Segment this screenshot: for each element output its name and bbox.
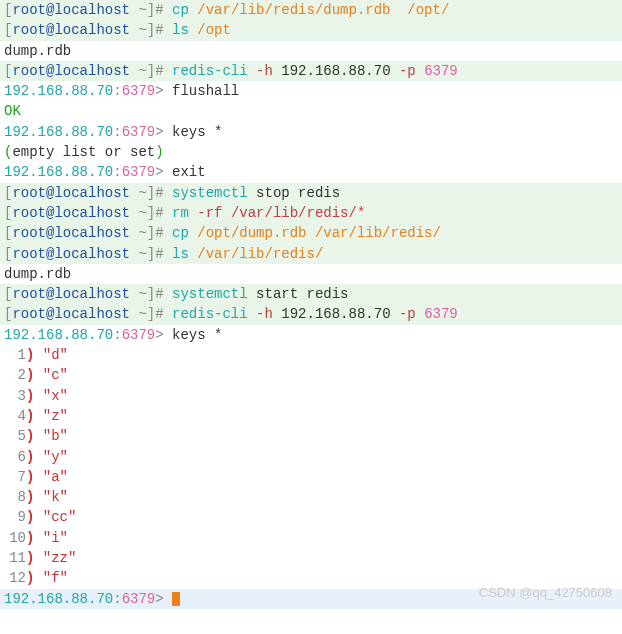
- cmd-line: [root@localhost ~]# redis-cli -h 192.168…: [0, 61, 622, 81]
- output-line: dump.rdb: [0, 264, 622, 284]
- list-item: 7) "a": [0, 467, 622, 487]
- list-item: 4) "z": [0, 406, 622, 426]
- list-item: 5) "b": [0, 426, 622, 446]
- cmd-line: [root@localhost ~]# ls /opt: [0, 20, 622, 40]
- cmd-line: [root@localhost ~]# ls /var/lib/redis/: [0, 244, 622, 264]
- cmd-line: [root@localhost ~]# redis-cli -h 192.168…: [0, 304, 622, 324]
- output-line: (empty list or set): [0, 142, 622, 162]
- cursor-icon: [172, 592, 180, 606]
- output-line: dump.rdb: [0, 41, 622, 61]
- cmd-line: [root@localhost ~]# systemctl stop redis: [0, 183, 622, 203]
- terminal-output: [root@localhost ~]# cp /var/lib/redis/du…: [0, 0, 622, 609]
- keys-result-list: 1) "d"2) "c"3) "x"4) "z"5) "b"6) "y"7) "…: [0, 345, 622, 589]
- cmd-line: [root@localhost ~]# cp /opt/dump.rdb /va…: [0, 223, 622, 243]
- list-item: 2) "c": [0, 365, 622, 385]
- redis-cmd-line: 192.168.88.70:6379> exit: [0, 162, 622, 182]
- list-item: 1) "d": [0, 345, 622, 365]
- redis-cmd-line: 192.168.88.70:6379> keys *: [0, 122, 622, 142]
- list-item: 8) "k": [0, 487, 622, 507]
- list-item: 6) "y": [0, 447, 622, 467]
- cmd-line: [root@localhost ~]# cp /var/lib/redis/du…: [0, 0, 622, 20]
- list-item: 11) "zz": [0, 548, 622, 568]
- output-line: OK: [0, 101, 622, 121]
- list-item: 9) "cc": [0, 507, 622, 527]
- watermark: CSDN @qq_42750608: [479, 584, 612, 603]
- cmd-line: [root@localhost ~]# systemctl start redi…: [0, 284, 622, 304]
- list-item: 10) "i": [0, 528, 622, 548]
- cmd-line: [root@localhost ~]# rm -rf /var/lib/redi…: [0, 203, 622, 223]
- redis-cmd-line: 192.168.88.70:6379> flushall: [0, 81, 622, 101]
- list-item: 3) "x": [0, 386, 622, 406]
- redis-cmd-line: 192.168.88.70:6379> keys *: [0, 325, 622, 345]
